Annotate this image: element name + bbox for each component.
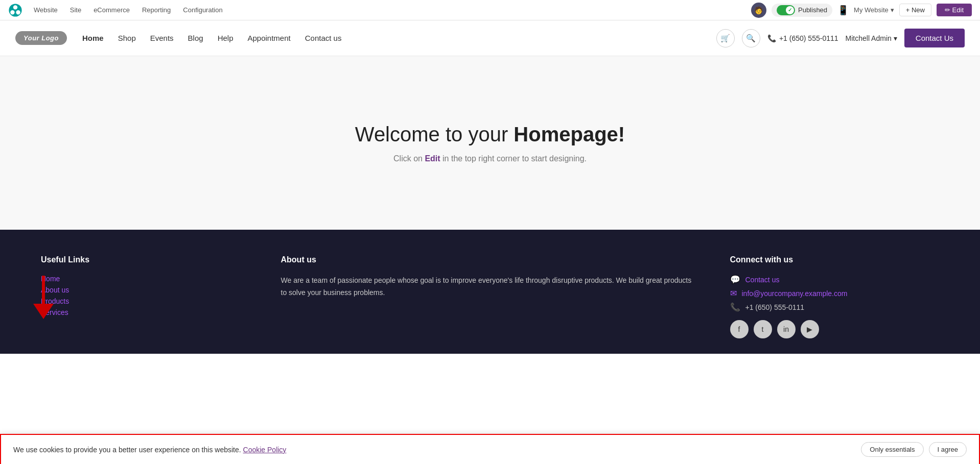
svg-point-2 bbox=[10, 10, 14, 14]
footer-email-link[interactable]: info@yourcompany.example.com bbox=[742, 289, 848, 298]
svg-marker-5 bbox=[33, 304, 54, 319]
nav-links: Home Shop Events Blog Help Appointment C… bbox=[82, 34, 716, 42]
odoo-logo-icon bbox=[8, 3, 22, 17]
hero-subtitle-before: Click on bbox=[393, 154, 425, 163]
phone-info: 📞 +1 (650) 555-0111 bbox=[767, 34, 838, 42]
hero-section: Welcome to your Homepage! Click on Edit … bbox=[0, 56, 980, 230]
svg-point-3 bbox=[16, 10, 20, 14]
list-item: About us bbox=[41, 286, 250, 294]
user-name: Mitchell Admin bbox=[846, 34, 892, 42]
admin-nav-site[interactable]: Site bbox=[65, 3, 86, 17]
footer-about-heading: About us bbox=[281, 255, 699, 264]
admin-nav-configuration[interactable]: Configuration bbox=[178, 3, 227, 17]
user-dropdown[interactable]: Mitchell Admin ▾ bbox=[846, 34, 897, 42]
footer-links-list: Home About us Products Services bbox=[41, 275, 250, 316]
new-button[interactable]: + New bbox=[899, 4, 931, 16]
hero-title-regular: Welcome to your bbox=[355, 123, 514, 145]
arrow-indicator bbox=[31, 276, 56, 323]
linkedin-icon[interactable]: in bbox=[777, 320, 796, 338]
chevron-down-icon: ▾ bbox=[891, 6, 894, 14]
hero-title-bold: Homepage! bbox=[514, 123, 625, 145]
admin-bar: Website Site eCommerce Reporting Configu… bbox=[0, 0, 980, 20]
cart-icon[interactable]: 🛒 bbox=[716, 29, 735, 47]
facebook-icon[interactable]: f bbox=[730, 320, 749, 338]
nav-help[interactable]: Help bbox=[218, 34, 234, 42]
avatar: 🧑 bbox=[751, 3, 766, 18]
nav-blog[interactable]: Blog bbox=[188, 34, 203, 42]
list-item: Home bbox=[41, 275, 250, 283]
footer-useful-links: Useful Links Home About us Products Serv… bbox=[41, 255, 250, 338]
footer-about-text: We are a team of passionate people whose… bbox=[281, 275, 699, 299]
user-chevron-icon: ▾ bbox=[894, 34, 897, 42]
youtube-icon[interactable]: ▶ bbox=[801, 320, 819, 338]
toggle-check-icon: ✓ bbox=[788, 7, 792, 13]
phone-number: +1 (650) 555-0111 bbox=[779, 34, 838, 42]
mobile-icon[interactable]: 📱 bbox=[837, 5, 849, 16]
list-item: ✉ info@yourcompany.example.com bbox=[730, 288, 940, 298]
nav-shop[interactable]: Shop bbox=[118, 34, 136, 42]
footer: Useful Links Home About us Products Serv… bbox=[0, 230, 980, 354]
admin-nav-reporting[interactable]: Reporting bbox=[137, 3, 176, 17]
toggle-switch[interactable]: ✓ bbox=[777, 5, 795, 15]
published-toggle[interactable]: ✓ Published bbox=[772, 4, 832, 17]
footer-about-us: About us We are a team of passionate peo… bbox=[281, 255, 699, 338]
nav-contact-us[interactable]: Contact us bbox=[305, 34, 342, 42]
my-website-button[interactable]: My Website ▾ bbox=[854, 6, 894, 14]
admin-nav-website[interactable]: Website bbox=[29, 3, 63, 17]
email-icon: ✉ bbox=[730, 288, 737, 298]
footer-connect-heading: Connect with us bbox=[730, 255, 940, 264]
list-item: 💬 Contact us bbox=[730, 275, 940, 284]
nav-right: 🛒 🔍 📞 +1 (650) 555-0111 Mitchell Admin ▾… bbox=[716, 29, 965, 47]
phone-icon: 📞 bbox=[730, 302, 740, 312]
nav-events[interactable]: Events bbox=[150, 34, 174, 42]
svg-point-1 bbox=[13, 5, 17, 9]
hero-title: Welcome to your Homepage! bbox=[355, 123, 625, 146]
logo-container[interactable]: Your Logo bbox=[15, 31, 67, 45]
admin-nav: Website Site eCommerce Reporting Configu… bbox=[8, 3, 228, 17]
list-item: Products bbox=[41, 297, 250, 305]
footer-contact-link[interactable]: Contact us bbox=[745, 276, 780, 284]
footer-connect-list: 💬 Contact us ✉ info@yourcompany.example.… bbox=[730, 275, 940, 312]
twitter-icon[interactable]: t bbox=[754, 320, 772, 338]
nav-appointment[interactable]: Appointment bbox=[248, 34, 291, 42]
hero-subtitle: Click on Edit in the top right corner to… bbox=[393, 154, 587, 163]
search-icon[interactable]: 🔍 bbox=[742, 29, 760, 47]
site-logo[interactable]: Your Logo bbox=[15, 31, 67, 45]
footer-connect: Connect with us 💬 Contact us ✉ info@your… bbox=[730, 255, 940, 338]
phone-icon: 📞 bbox=[767, 34, 776, 42]
footer-phone-text: +1 (650) 555-0111 bbox=[745, 303, 805, 311]
list-item: Services bbox=[41, 308, 250, 316]
toggle-knob: ✓ bbox=[786, 6, 794, 14]
published-label: Published bbox=[798, 6, 827, 14]
hero-subtitle-after: in the top right corner to start designi… bbox=[440, 154, 587, 163]
contact-us-button[interactable]: Contact Us bbox=[904, 29, 965, 47]
list-item: 📞 +1 (650) 555-0111 bbox=[730, 302, 940, 312]
nav-home[interactable]: Home bbox=[82, 34, 104, 42]
social-icons: f t in ▶ bbox=[730, 320, 940, 338]
hero-edit-link: Edit bbox=[425, 154, 440, 163]
down-arrow-icon bbox=[31, 276, 56, 322]
website-nav: Your Logo Home Shop Events Blog Help App… bbox=[0, 20, 980, 56]
admin-bar-right: 🧑 ✓ Published 📱 My Website ▾ + New ✏ Edi… bbox=[751, 3, 972, 18]
footer-useful-links-heading: Useful Links bbox=[41, 255, 250, 264]
edit-button[interactable]: ✏ Edit bbox=[937, 4, 972, 16]
admin-nav-ecommerce[interactable]: eCommerce bbox=[88, 3, 135, 17]
chat-icon: 💬 bbox=[730, 275, 740, 284]
